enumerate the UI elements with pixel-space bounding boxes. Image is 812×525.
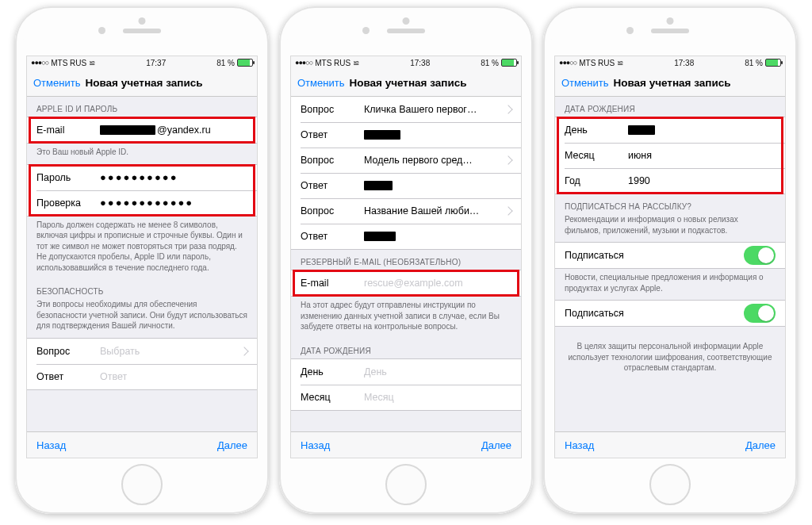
q2-label: Вопрос <box>301 155 364 166</box>
redacted-answer1 <box>364 130 400 140</box>
toggle-on-icon[interactable] <box>744 246 776 265</box>
answer1-field[interactable]: Ответ <box>291 122 521 148</box>
email-field[interactable]: E-mail @yandex.ru <box>27 117 257 143</box>
redacted-email <box>100 125 155 135</box>
year-label: Год <box>565 175 628 186</box>
subscribe-toggle-2[interactable]: Подписаться <box>555 301 785 326</box>
battery-label: 81 % <box>481 59 499 67</box>
password-footer: Пароль должен содержать не менее 8 симво… <box>27 217 257 280</box>
screen-1: ●●●○○ MTS RUS ≌ 17:37 81 % Отменить Нова… <box>26 56 258 458</box>
status-bar: ●●●○○ MTS RUS ≌ 17:38 81 % <box>291 56 521 69</box>
clock: 17:37 <box>146 59 166 67</box>
wifi-icon: ≌ <box>89 59 95 67</box>
battery-label: 81 % <box>216 59 235 67</box>
next-button[interactable]: Далее <box>745 439 776 451</box>
screen-3: ●●●○○ MTS RUS ≌ 17:38 81 % Отменить Нова… <box>554 56 786 458</box>
next-button[interactable]: Далее <box>481 439 511 451</box>
subscribe-header: ПОДПИСАТЬСЯ НА РАССЫЛКУ? <box>555 194 785 214</box>
month-field[interactable]: Месяц Месяц <box>291 385 521 410</box>
q3-value: Название Вашей люби… <box>364 205 500 217</box>
backup-email-field[interactable]: E-mail rescue@example.com <box>291 270 521 296</box>
answer2-field[interactable]: Ответ <box>291 173 521 198</box>
toggle-on-icon[interactable] <box>744 304 776 323</box>
home-button[interactable] <box>121 464 163 505</box>
section-header-security: БЕЗОПАСНОСТЬ <box>27 279 257 299</box>
status-bar: ●●●○○ MTS RUS ≌ 17:38 81 % <box>555 56 785 69</box>
question1-field[interactable]: Вопрос Кличка Вашего первог… <box>291 97 521 122</box>
home-button[interactable] <box>385 464 427 505</box>
chevron-right-icon <box>504 105 512 113</box>
screen-2: ●●●○○ MTS RUS ≌ 17:38 81 % Отменить Нова… <box>290 56 522 458</box>
backup-email-label: E-mail <box>301 278 364 289</box>
answer-placeholder: Ответ <box>100 371 247 382</box>
carrier-label: MTS RUS <box>315 59 350 67</box>
a1-label: Ответ <box>301 129 364 140</box>
day-label: День <box>301 366 364 377</box>
question-field[interactable]: Вопрос Выбрать <box>27 339 257 364</box>
a3-label: Ответ <box>301 231 364 242</box>
subscribe-footer2: Новости, специальные предложения и инфор… <box>555 269 785 300</box>
subscribe-label-2: Подписаться <box>565 308 624 319</box>
signal-icon: ●●●○○ <box>31 59 48 67</box>
battery-icon <box>765 59 781 67</box>
back-button[interactable]: Назад <box>301 439 330 451</box>
password-field[interactable]: Пароль ●●●●●●●●●● <box>27 165 257 190</box>
month-value: июня <box>628 150 776 161</box>
password-group: Пароль ●●●●●●●●●● Проверка ●●●●●●●●●●●● <box>27 164 257 217</box>
home-button[interactable] <box>649 464 691 505</box>
back-button[interactable]: Назад <box>36 439 66 451</box>
security-footer: Эти вопросы необходимы для обеспечения б… <box>27 299 257 338</box>
chevron-right-icon <box>504 155 512 164</box>
backup-email-placeholder: rescue@example.com <box>364 278 511 289</box>
day-field[interactable]: День День <box>291 359 521 385</box>
status-bar: ●●●○○ MTS RUS ≌ 17:37 81 % <box>27 56 257 69</box>
email-label: E-mail <box>36 125 100 136</box>
nav-bar: Отменить Новая учетная запись <box>555 69 785 97</box>
cancel-button[interactable]: Отменить <box>33 77 80 89</box>
a2-label: Ответ <box>301 180 364 191</box>
wifi-icon: ≌ <box>353 59 359 67</box>
page-title: Новая учетная запись <box>349 77 466 89</box>
day-placeholder: День <box>364 366 511 377</box>
next-button[interactable]: Далее <box>217 439 247 451</box>
answer3-field[interactable]: Ответ <box>291 224 521 249</box>
chevron-right-icon <box>504 206 512 215</box>
question-label: Вопрос <box>36 346 100 357</box>
cancel-button[interactable]: Отменить <box>561 77 608 89</box>
carrier-label: MTS RUS <box>579 59 615 67</box>
verify-value: ●●●●●●●●●●●● <box>100 197 247 209</box>
redacted-day <box>628 125 655 135</box>
day-label: День <box>565 125 628 136</box>
month-label: Месяц <box>301 392 364 403</box>
month-label: Месяц <box>565 150 628 161</box>
email-footer: Это Ваш новый Apple ID. <box>27 144 257 164</box>
answer-label: Ответ <box>36 371 100 382</box>
signal-icon: ●●●○○ <box>295 59 312 67</box>
day-field[interactable]: День <box>555 117 785 143</box>
clock: 17:38 <box>674 59 694 67</box>
dob-group: День Месяц июня Год 1990 <box>555 117 785 194</box>
redacted-answer3 <box>364 232 396 241</box>
dob-header: ДАТА РОЖДЕНИЯ <box>555 97 785 117</box>
subscribe-group2: Подписаться <box>555 300 785 327</box>
back-button[interactable]: Назад <box>565 439 594 451</box>
question-placeholder: Выбрать <box>100 346 236 357</box>
privacy-footer: В целях защиты персональной информации A… <box>555 327 785 380</box>
cancel-button[interactable]: Отменить <box>297 77 344 89</box>
verify-field[interactable]: Проверка ●●●●●●●●●●●● <box>27 190 257 216</box>
subscribe-footer1: Рекомендации и информация о новых релиза… <box>555 214 785 242</box>
q2-value: Модель первого сред… <box>364 155 500 166</box>
chevron-right-icon <box>239 347 248 355</box>
question2-field[interactable]: Вопрос Модель первого сред… <box>291 148 521 173</box>
subscribe-toggle-1[interactable]: Подписаться <box>555 243 785 268</box>
dob-header: ДАТА РОЖДЕНИЯ <box>291 339 521 358</box>
battery-icon <box>237 59 253 67</box>
backup-email-footer: На этот адрес будут отправлены инструкци… <box>291 297 521 339</box>
year-field[interactable]: Год 1990 <box>555 168 785 194</box>
clock: 17:38 <box>410 59 430 67</box>
security-group: Вопрос Выбрать Ответ Ответ <box>27 338 257 390</box>
question3-field[interactable]: Вопрос Название Вашей люби… <box>291 198 521 224</box>
month-field[interactable]: Месяц июня <box>555 143 785 168</box>
answer-field[interactable]: Ответ Ответ <box>27 364 257 389</box>
phone-2: ●●●○○ MTS RUS ≌ 17:38 81 % Отменить Нова… <box>279 6 533 514</box>
